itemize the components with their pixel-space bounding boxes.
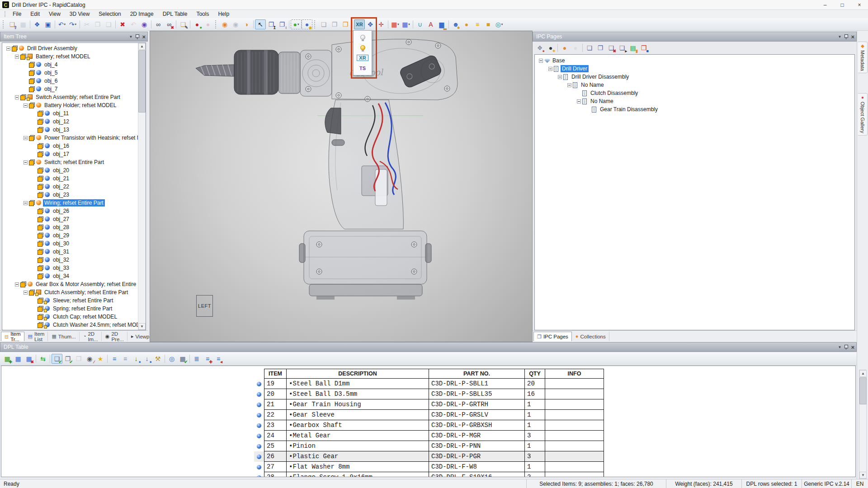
menu-selection[interactable]: Selection	[94, 10, 125, 18]
tree-item[interactable]: Clutch Cap; refset MODEL	[2, 313, 146, 321]
collapse-toggle[interactable]	[15, 55, 19, 59]
cell-item[interactable]: 27	[264, 462, 287, 472]
cell-description[interactable]: •Flange Screw 1.9x16mm	[287, 472, 429, 477]
select-assembly-mode-button[interactable]: ❐↕	[277, 19, 288, 29]
collapse-toggle[interactable]	[24, 291, 28, 295]
menu-edit[interactable]: Edit	[26, 10, 44, 18]
dpl-scrollbar[interactable]: ▲ ▼	[859, 370, 867, 479]
sort-up-button[interactable]: ↓●	[142, 354, 152, 364]
tree-item[interactable]: obj_22	[2, 183, 146, 191]
cell-item[interactable]: 25	[264, 441, 287, 451]
collapse-toggle[interactable]	[558, 75, 562, 79]
tree-item[interactable]: obj_26	[2, 207, 146, 215]
collapse-toggle[interactable]	[548, 67, 552, 71]
tree-item[interactable]: Clutch Assembly; refset Entire Part	[2, 288, 146, 296]
row-remove-button[interactable]: ≡◄	[213, 354, 224, 364]
menu-drag-handle[interactable]	[5, 11, 6, 17]
tree-item[interactable]: obj_11	[2, 109, 146, 117]
cell-description[interactable]: •Plastic Gear	[287, 451, 429, 462]
open-button[interactable]: ❏⇧	[7, 19, 18, 29]
menu-dpl-table[interactable]: DPL Table	[158, 10, 192, 18]
cell-description[interactable]: •Flat Washer 8mm	[287, 462, 429, 472]
cell-part-no[interactable]: C3D-DRL-P-PGR	[429, 451, 525, 462]
cell-qty[interactable]: 1	[525, 410, 545, 420]
wireframe-mode-button[interactable]: ❐	[329, 19, 340, 29]
cell-part-no[interactable]: C3D-DRL-F-W8	[429, 462, 525, 472]
cell-info[interactable]	[545, 399, 604, 410]
tree-item[interactable]: Sleeve; refset Entire Part	[2, 296, 146, 305]
cell-qty[interactable]: 3	[525, 451, 545, 462]
cell-qty[interactable]: 1	[525, 441, 545, 451]
scroll-down-icon[interactable]: ▼	[138, 323, 146, 330]
undelete-button[interactable]: ↶	[128, 19, 139, 29]
select-spheres-off-button[interactable]: ◉	[230, 19, 241, 29]
tree-item[interactable]: No Name	[535, 81, 854, 89]
verify-table-button[interactable]: ▦✔	[177, 354, 188, 364]
cell-description[interactable]: •Gear Sleeve	[287, 410, 429, 420]
favorites-button[interactable]: ★	[95, 354, 106, 364]
menu-help[interactable]: Help	[213, 10, 234, 18]
capture-view-button[interactable]: ▦▾	[390, 19, 401, 29]
tab-collections[interactable]: ●Collections	[572, 332, 609, 341]
tab-2d-images[interactable]: ◔2D Im...	[80, 332, 102, 341]
tree-item[interactable]: obj_13	[2, 126, 146, 134]
cut-button[interactable]: ✂	[81, 19, 92, 29]
close-button[interactable]: ×	[851, 0, 868, 9]
copy-rows-button[interactable]: ❐	[73, 354, 84, 364]
tree-item[interactable]: Clutch Washer 24.5mm; refset MODEL	[2, 321, 146, 329]
find-button[interactable]: ∞	[153, 19, 164, 29]
cell-part-no[interactable]: C3D-DRL-P-SBLL1	[429, 379, 525, 389]
tree-item[interactable]: obj_32	[2, 256, 146, 264]
row-insert-button[interactable]: ≡✚	[202, 354, 213, 364]
select-cursor-button[interactable]: ↖	[255, 19, 266, 29]
tree-item[interactable]: No Name	[535, 97, 854, 105]
tree-item[interactable]: Battery; refset MODEL	[2, 52, 146, 61]
menu-tools[interactable]: Tools	[192, 10, 213, 18]
cell-qty[interactable]: 1	[525, 399, 545, 410]
tree-item[interactable]: obj_17	[2, 150, 146, 158]
table-format-button[interactable]: ▦	[13, 354, 24, 364]
tree-item-selected[interactable]: Drill Driver	[535, 65, 854, 73]
paste-button[interactable]: ❑	[103, 19, 114, 29]
gold-stack-button[interactable]: ≡	[472, 19, 483, 29]
tree-item[interactable]: obj_21	[2, 174, 146, 183]
cell-part-no[interactable]: C3D-DRL-P-MGR	[429, 431, 525, 441]
solid-mode-button[interactable]: ❒	[340, 19, 351, 29]
adjust-tools-button[interactable]: ⚒	[152, 354, 163, 364]
cell-item[interactable]: 26	[264, 451, 287, 462]
table-add-button[interactable]: ▦✚	[2, 354, 13, 364]
tree-item[interactable]: obj_4	[2, 61, 146, 69]
hide-rows-button[interactable]: ◉∕	[84, 354, 95, 364]
cell-item[interactable]: 28	[264, 472, 287, 477]
tree-item[interactable]: Switch; refset Entire Part	[2, 158, 146, 166]
cell-info[interactable]	[545, 389, 604, 399]
panel-close-icon[interactable]: ×	[142, 34, 146, 40]
cell-qty[interactable]: 20	[525, 379, 545, 389]
collapse-toggle[interactable]	[15, 95, 19, 99]
cell-info[interactable]	[545, 431, 604, 441]
collapse-toggle[interactable]	[24, 160, 28, 164]
tree-item[interactable]: obj_34	[2, 272, 146, 280]
viewport-3d[interactable]: CorTool	[150, 31, 533, 342]
lamp-off-menu-item[interactable]	[354, 32, 372, 42]
panel-menu-caret-icon[interactable]: ▼	[129, 35, 132, 39]
save-button[interactable]: ▦	[18, 19, 28, 29]
axes-button[interactable]: ✛	[376, 19, 387, 29]
tree-item-selected[interactable]: Wiring; refset Entire Part	[2, 199, 146, 207]
scroll-up-icon[interactable]: ▲	[859, 370, 867, 377]
search-table-button[interactable]: ◎	[166, 354, 177, 364]
tree-item[interactable]: obj_28	[2, 223, 146, 231]
tree-item[interactable]: Gear Box & Motor Assembly; refset Entire…	[2, 280, 146, 288]
panel-close-icon[interactable]: ×	[851, 344, 854, 350]
xray-menu-item[interactable]: XR	[354, 53, 372, 63]
tree-item[interactable]: Base	[535, 56, 854, 65]
cell-qty[interactable]: 16	[525, 389, 545, 399]
cell-info[interactable]	[545, 451, 604, 462]
tab-2d-preview[interactable]: ◉2D Pre...	[102, 332, 127, 341]
select-spheres-button[interactable]: ◉	[219, 19, 230, 29]
cell-part-no[interactable]: C3D-DRL-P-SBLL35	[429, 389, 525, 399]
tree-item[interactable]: obj_16	[2, 142, 146, 150]
tree-item[interactable]: obj_5	[2, 69, 146, 77]
tree-item[interactable]: Power Transistor with Heatsink; refset M…	[2, 134, 146, 142]
capture-image-button[interactable]: ▦▾	[401, 19, 411, 29]
